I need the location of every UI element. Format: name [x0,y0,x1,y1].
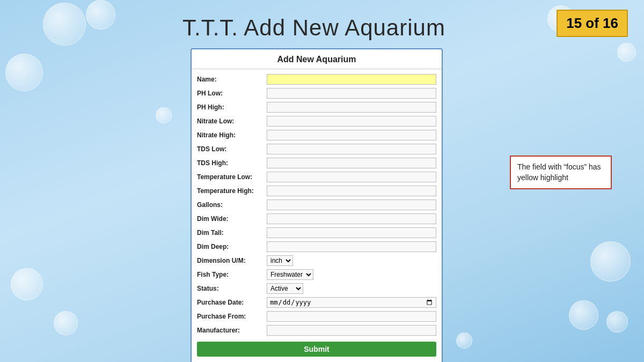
bubble-decoration [54,311,78,335]
dim-uom-label: Dimension U/M: [197,257,267,264]
tds-high-input[interactable] [267,158,436,168]
manufacturer-label: Manufacturer: [197,327,267,334]
name-input[interactable] [267,74,436,85]
dim-tall-input[interactable] [267,227,436,238]
nitrate-high-row: Nitrate High: [192,128,442,142]
submit-button[interactable]: Submit [197,342,436,357]
ph-low-label: PH Low: [197,90,267,97]
dim-uom-row: Dimension U/M: inch cm [192,254,442,268]
fish-type-label: Fish Type: [197,271,267,278]
purchase-date-row: Purchase Date: [192,295,442,309]
dim-tall-row: Dim Tall: [192,226,442,240]
ph-high-input[interactable] [267,102,436,113]
name-row: Name: [192,72,442,86]
purchase-from-row: Purchase From: [192,309,442,323]
dim-deep-input[interactable] [267,241,436,252]
bubble-decoration [590,241,631,282]
tds-high-label: TDS High: [197,159,267,167]
bubble-decoration [5,54,43,91]
slide-counter: 15 of 16 [557,10,628,37]
fish-type-select[interactable]: Freshwater Saltwater [267,269,313,280]
nitrate-low-row: Nitrate Low: [192,114,442,128]
gallons-label: Gallons: [197,201,267,209]
purchase-from-input[interactable] [267,311,436,322]
temp-low-label: Temperature Low: [197,173,267,181]
dim-tall-label: Dim Tall: [197,229,267,237]
dim-wide-label: Dim Wide: [197,215,267,223]
fish-type-row: Fish Type: Freshwater Saltwater [192,268,442,282]
dim-deep-label: Dim Deep: [197,243,267,250]
bubble-decoration [456,333,472,349]
nitrate-high-input[interactable] [267,130,436,141]
bubble-decoration [606,311,628,333]
submit-row: Submit [192,337,442,359]
temp-high-input[interactable] [267,186,436,196]
manufacturer-input[interactable] [267,325,436,336]
bubble-decoration [43,3,86,46]
status-row: Status: Active Inactive [192,282,442,295]
dim-uom-select[interactable]: inch cm [267,255,293,266]
nitrate-low-input[interactable] [267,116,436,127]
tooltip-box: The field with “focus” has yellow highli… [510,156,612,189]
page-title: T.T.T. Add New Aquarium [182,15,445,41]
ph-high-row: PH High: [192,100,442,114]
ph-high-label: PH High: [197,104,267,111]
purchase-date-label: Purchase Date: [197,299,267,306]
temp-low-row: Temperature Low: [192,170,442,184]
add-aquarium-form: Add New Aquarium Name: PH Low: PH High: … [191,48,443,362]
status-label: Status: [197,285,267,292]
bubble-decoration [11,268,43,300]
bubble-decoration [617,43,636,62]
purchase-date-input[interactable] [267,297,436,308]
purchase-from-label: Purchase From: [197,313,267,320]
tds-high-row: TDS High: [192,156,442,170]
temp-high-row: Temperature High: [192,184,442,198]
form-header: Add New Aquarium [192,49,442,69]
dim-deep-row: Dim Deep: [192,240,442,254]
dim-wide-input[interactable] [267,213,436,224]
ph-low-input[interactable] [267,88,436,99]
bubble-decoration [569,300,598,330]
manufacturer-row: Manufacturer: [192,323,442,337]
status-select[interactable]: Active Inactive [267,283,303,294]
dim-wide-row: Dim Wide: [192,212,442,226]
tds-low-label: TDS Low: [197,145,267,153]
gallons-input[interactable] [267,200,436,210]
nitrate-low-label: Nitrate Low: [197,117,267,125]
tds-low-row: TDS Low: [192,142,442,156]
gallons-row: Gallons: [192,198,442,212]
temp-high-label: Temperature High: [197,187,267,195]
temp-low-input[interactable] [267,172,436,182]
ph-low-row: PH Low: [192,86,442,100]
name-label: Name: [197,76,267,83]
bubble-decoration [156,107,172,123]
bubble-decoration [86,0,115,29]
nitrate-high-label: Nitrate High: [197,131,267,139]
tds-low-input[interactable] [267,144,436,154]
